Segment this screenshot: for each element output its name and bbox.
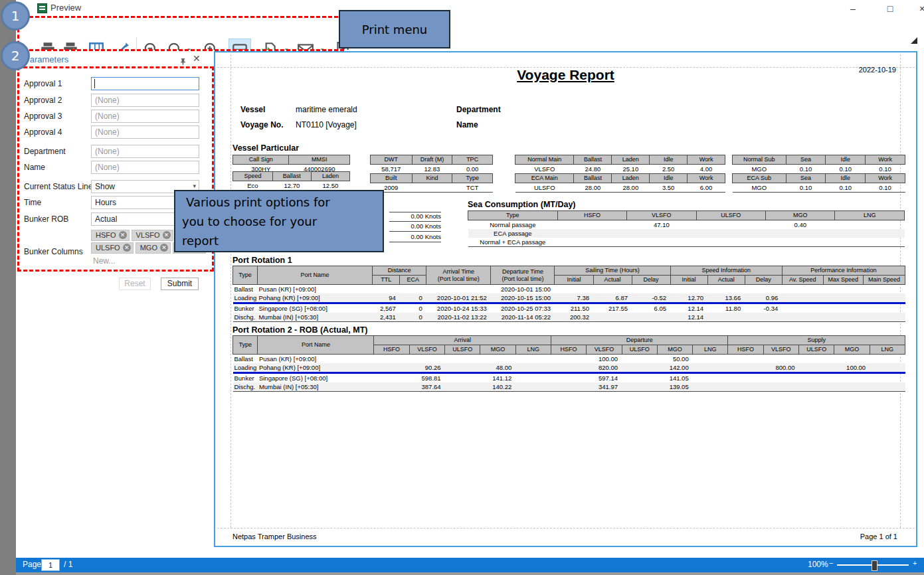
table-row: BallastPusan (KR) [+09:00]2020-10-01 15:… — [233, 285, 905, 294]
margin-guide — [231, 54, 231, 528]
cell — [670, 285, 707, 294]
vessel-particular-heading: Vessel Particular — [232, 143, 299, 153]
report-page: 2022-10-19 Voyage Report Vessel maritime… — [214, 51, 917, 547]
cell: Bunker — [233, 373, 258, 383]
close-button[interactable]: × — [909, 0, 924, 17]
cell: Singapore (SG) [+08:00] — [258, 373, 374, 383]
header-cell: Max Speed — [823, 276, 863, 285]
header-cell: TTL — [373, 276, 400, 285]
param-input[interactable]: (None) — [91, 94, 199, 107]
bunker-tag-label: VLSFO — [136, 231, 160, 239]
header-cell: Speed — [233, 172, 273, 181]
reset-button[interactable]: Reset — [119, 278, 151, 290]
voyage-no-label: Voyage No. — [240, 120, 283, 129]
page-total: / 1 — [64, 560, 72, 569]
cell: Dischg. — [233, 313, 258, 322]
chevron-down-icon[interactable]: ▾ — [193, 183, 196, 189]
cell — [870, 355, 905, 364]
bunker-tag[interactable]: MGO✕ — [136, 242, 171, 254]
cell: 0.96 — [745, 293, 782, 303]
cell — [799, 363, 834, 373]
table-row: TypeHSFOVLSFOULSFOMGOLNG — [468, 211, 905, 220]
cell: 12.50 — [311, 181, 349, 191]
zoom-in-slider-icon[interactable]: + — [913, 559, 917, 567]
cell — [409, 355, 444, 364]
table-row: VLSFO24.8025.102.504.00 — [515, 165, 725, 174]
cell: 0.10 — [786, 183, 826, 193]
cell — [593, 285, 632, 294]
header-cell: MGO — [480, 345, 515, 355]
header-cell: MGO — [657, 345, 692, 355]
param-input[interactable]: (None) — [91, 125, 199, 139]
cell — [834, 382, 870, 392]
cell: 6.05 — [632, 303, 670, 313]
header-cell: Actual — [593, 276, 632, 285]
param-label: Department — [24, 147, 66, 156]
header-cell: ULSFO — [696, 211, 765, 220]
param-value: Show — [95, 182, 115, 191]
cell: 12.70 — [272, 181, 311, 191]
param-input[interactable]: (None) — [91, 145, 199, 158]
param-value: (None) — [95, 163, 120, 172]
cell — [412, 183, 452, 193]
bunker-tag-label: ULSFO — [96, 244, 120, 252]
submit-button[interactable]: Submit — [161, 278, 199, 290]
cell — [763, 355, 798, 364]
pin-icon[interactable] — [179, 56, 187, 68]
close-icon[interactable]: ✕ — [193, 53, 201, 64]
param-label: Approval 1 — [24, 79, 62, 88]
table-row: BallastPusan (KR) [+09:00]100.0050.00 — [233, 355, 905, 364]
cell: 139.05 — [657, 382, 692, 392]
port-rotation-1-table: TypePort NameDistanceArrival Time (Port … — [232, 266, 905, 322]
header-cell: Actual — [707, 276, 745, 285]
dwt-table: DWTDraft (M)TPC58,71712.830.00BuiltKindT… — [370, 155, 493, 193]
param-row: Approval 1 — [16, 77, 211, 92]
table-row: BunkerSingapore (SG) [+08:00]598.81141.1… — [233, 373, 905, 383]
cell: 24.80 — [574, 165, 612, 174]
cell — [835, 229, 905, 238]
header-cell: Draft (M) — [412, 155, 452, 165]
header-cell: VLSFO — [627, 211, 696, 220]
cell: 2020-10-01 21:52 — [426, 293, 491, 303]
cell: 142.00 — [657, 363, 692, 373]
remove-tag-icon[interactable]: ✕ — [163, 231, 171, 239]
header-cell: LNG — [515, 345, 551, 355]
bunker-tag[interactable]: VLSFO✕ — [132, 230, 173, 241]
remove-tag-icon[interactable]: ✕ — [160, 244, 168, 252]
cell: Bunker — [233, 303, 258, 313]
new-tag-input[interactable]: New... — [93, 256, 115, 266]
cell: 217.55 — [593, 303, 632, 313]
statusbar: Page: 1 / 1 100% − + — [16, 558, 924, 572]
header-cell: Type — [233, 336, 258, 355]
header-cell: Work — [866, 155, 905, 165]
bunker-tag[interactable]: ULSFO✕ — [91, 242, 134, 254]
cell — [870, 373, 905, 383]
report-footer-company: Netpas Tramper Business — [232, 533, 317, 540]
param-input[interactable]: (None) — [91, 110, 199, 123]
zoom-out-slider-icon[interactable]: − — [829, 559, 833, 567]
bunker-tag[interactable]: HSFO✕ — [91, 230, 130, 241]
maximize-button[interactable]: □ — [877, 0, 903, 17]
cell: 3.50 — [650, 183, 688, 193]
param-label: Bunker ROB — [24, 214, 68, 224]
cell: 12.70 — [670, 293, 707, 303]
remove-tag-icon[interactable]: ✕ — [123, 244, 131, 252]
cell: Pohang (KR) [+09:00] — [258, 363, 374, 373]
page-number-input[interactable]: 1 — [41, 559, 60, 571]
table-row: Normal SubSeaIdleWork — [733, 155, 905, 165]
minimize-button[interactable]: – — [840, 0, 866, 17]
main-consumption-table: Normal MainBallastLadenIdleWorkVLSFO24.8… — [515, 155, 725, 193]
cell: 0 — [400, 293, 426, 303]
print-options-callout: Various print options for you to choose … — [174, 190, 384, 252]
cell — [515, 355, 551, 364]
cell — [782, 293, 823, 303]
param-input[interactable] — [91, 77, 199, 90]
zoom-slider-handle[interactable] — [872, 560, 878, 571]
header-cell: VLSFO — [763, 345, 798, 355]
cell — [799, 382, 834, 392]
margin-guide — [217, 528, 915, 529]
param-input[interactable]: (None) — [91, 161, 199, 174]
header-cell: ULSFO — [445, 345, 480, 355]
remove-tag-icon[interactable]: ✕ — [119, 231, 127, 239]
cell: Pohang (KR) [+09:00] — [258, 293, 373, 303]
